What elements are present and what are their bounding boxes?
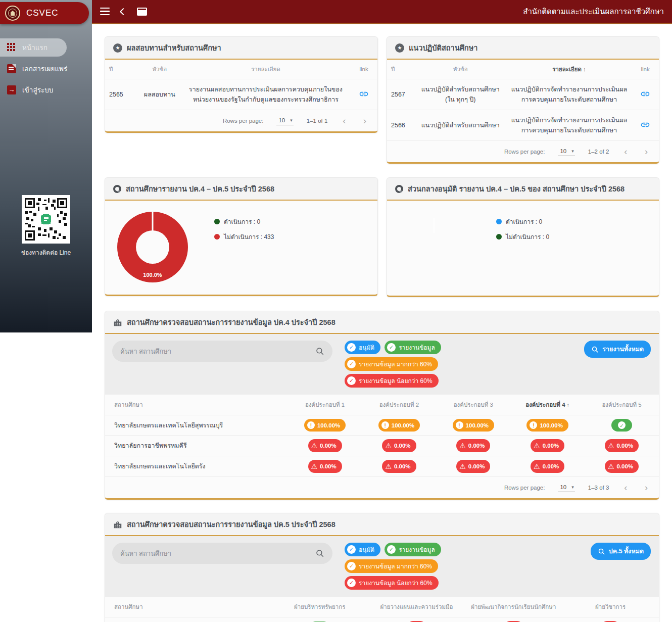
sort-asc-icon: ↑: [583, 66, 586, 72]
column-header-sorted[interactable]: รายละเอียด↑: [507, 60, 632, 79]
column-header[interactable]: สถานศึกษา: [105, 597, 271, 617]
csvec-logo[interactable]: CSVEC: [0, 2, 89, 24]
column-header[interactable]: องค์ประกอบที่ 5: [585, 395, 659, 415]
column-header[interactable]: สถานศึกษา: [105, 395, 288, 415]
pie-chart-icon: [395, 185, 403, 193]
search-icon[interactable]: [315, 347, 324, 356]
column-header[interactable]: ฝ่ายพัฒนากิจการนักเรียนนักศึกษา: [465, 597, 562, 617]
column-header-sorted[interactable]: องค์ประกอบที่ 4↑: [510, 395, 585, 415]
sidebar-item-login[interactable]: → เข้าสู่ระบบ: [0, 81, 92, 99]
pc4-status-table: สถานศึกษา องค์ประกอบที่ 1 องค์ประกอบที่ …: [105, 395, 659, 477]
link-icon[interactable]: [640, 89, 650, 99]
search-input[interactable]: [120, 550, 315, 557]
pie-chart-icon: [113, 185, 121, 193]
next-page-button[interactable]: ›: [643, 485, 650, 491]
link-icon[interactable]: [359, 89, 369, 99]
caret-down-icon: ▾: [290, 118, 293, 123]
pc4-status-card: สถานศึกษาตรวจสอบสถานะการรายงานข้อมูล ปค.…: [105, 311, 659, 500]
column-header[interactable]: องค์ประกอบที่ 3: [436, 395, 510, 415]
column-header[interactable]: ฝ่ายวางแผนและความร่วมมือ: [368, 597, 465, 617]
chart-legend: ดำเนินการ : 0 ไม่ดำเนินการ : 433: [214, 217, 274, 282]
rows-per-page-select[interactable]: 10 ▾: [558, 147, 574, 156]
sidebar-item-label: เข้าสู่ระบบ: [22, 84, 53, 95]
filter-chip-over-60[interactable]: รายงานข้อมูล มากกว่า 60%: [345, 357, 438, 371]
pc5-status-table: สถานศึกษา ฝ่ายบริหารทรัพยากร ฝ่ายวางแผนแ…: [105, 597, 659, 622]
sidebar-item-label: เอกสารเผยแพร่: [22, 63, 67, 74]
menu-icon[interactable]: [100, 8, 110, 16]
rows-per-page-label: Rows per page:: [504, 149, 545, 155]
column-header[interactable]: ปี: [105, 60, 138, 79]
status-badge: 0.00%: [531, 439, 564, 452]
topic-cell: ผลสอบทาน: [138, 79, 181, 110]
empty-chart-tick: [434, 218, 435, 233]
year-cell: 2567: [387, 79, 414, 110]
status-badge: 100.00%: [378, 419, 420, 432]
review-results-card: ★ ผลสอบทานสำหรับสถานศึกษา ปี หัวข้อ รายล…: [105, 36, 378, 133]
column-header[interactable]: link: [632, 60, 659, 79]
sidebar-item-documents[interactable]: เอกสารเผยแพร่: [0, 60, 92, 78]
star-icon: ★: [395, 43, 404, 53]
table-row: 2566 แนวปฏิบัติสำหรับสถานศึกษา แนวปฏิบัต…: [387, 110, 659, 141]
column-header[interactable]: ฝ่ายวิชาการ: [562, 597, 659, 617]
prev-page-button[interactable]: ‹: [341, 118, 348, 124]
rows-per-page-value: 10: [560, 484, 566, 490]
rows-per-page-select[interactable]: 10 ▾: [276, 116, 293, 125]
rows-per-page-select[interactable]: 10 ▾: [558, 483, 574, 492]
status-badge: 0.00%: [308, 439, 342, 452]
building-icon: [113, 520, 122, 529]
sort-asc-icon: ↑: [567, 402, 570, 408]
legend-label: ไม่ดำเนินการ : 0: [506, 232, 549, 242]
status-badge: 0.00%: [605, 439, 639, 452]
next-page-button[interactable]: ›: [361, 118, 368, 124]
filter-chip-approved[interactable]: อนุมัติ: [345, 543, 380, 556]
column-header[interactable]: องค์ประกอบที่ 1: [288, 395, 362, 415]
next-page-button[interactable]: ›: [643, 149, 650, 155]
star-icon: ★: [113, 43, 122, 53]
status-badge: 0.00%: [382, 460, 416, 473]
report-all-button[interactable]: รายงานทั้งหมด: [584, 341, 651, 358]
pagination: Rows per page: 10 ▾ 1–2 of 2 ‹ ›: [387, 141, 659, 162]
pc5-all-button[interactable]: ปค.5 ทั้งหมด: [591, 543, 651, 560]
review-results-table: ปี หัวข้อ รายละเอียด link 2565 ผลสอบทาน …: [105, 60, 377, 110]
column-header[interactable]: องค์ประกอบที่ 2: [362, 395, 437, 415]
legend-dot: [496, 234, 502, 240]
caret-down-icon: ▾: [571, 485, 574, 490]
search-icon[interactable]: [315, 549, 324, 558]
status-badge: 0.00%: [456, 460, 490, 473]
filter-chip-under-60[interactable]: รายงานข้อมูล น้อยกว่า 60%: [345, 576, 439, 590]
legend-item: ไม่ดำเนินการ : 0: [496, 232, 549, 242]
search-input[interactable]: [120, 348, 315, 355]
back-icon[interactable]: [120, 8, 127, 15]
status-badge: 0.00%: [531, 460, 564, 473]
column-header[interactable]: รายละเอียด: [181, 60, 350, 79]
school-name: วิทยาลัยเกษตรและเทคโนโลยีตรัง: [105, 456, 288, 477]
window-icon[interactable]: [137, 8, 147, 16]
column-header[interactable]: หัวข้อ: [138, 60, 181, 79]
legend-label: ดำเนินการ : 0: [506, 217, 542, 226]
filter-chip-under-60[interactable]: รายงานข้อมูล น้อยกว่า 60%: [345, 374, 439, 388]
filter-chip-approved[interactable]: อนุมัติ: [345, 341, 380, 354]
card-title: ผลสอบทานสำหรับสถานศึกษา: [127, 42, 221, 54]
legend-label: ดำเนินการ : 0: [224, 217, 260, 226]
column-header[interactable]: link: [350, 60, 377, 79]
school-name: วิทยาลัยเทคนิคอ่างทอง: [105, 617, 271, 622]
prev-page-button[interactable]: ‹: [622, 149, 629, 155]
status-badge: 100.00%: [304, 419, 346, 432]
pagination: Rows per page: 10 ▾ 1–3 of 3 ‹ ›: [105, 477, 659, 498]
filter-chip-reported[interactable]: รายงานข้อมูล: [385, 543, 441, 556]
rows-per-page-value: 10: [560, 148, 566, 154]
status-badge: 0.00%: [382, 439, 416, 452]
column-header[interactable]: ปี: [387, 60, 414, 79]
sidebar-item-home[interactable]: หน้าแรก: [0, 38, 67, 57]
status-badge: [611, 419, 632, 432]
card-title: แนวปฏิบัติสถานศึกษา: [409, 42, 477, 54]
guideline-card: ★ แนวปฏิบัติสถานศึกษา ปี หัวข้อ รายละเอี…: [387, 36, 659, 164]
prev-page-button[interactable]: ‹: [622, 485, 629, 491]
column-header[interactable]: หัวข้อ: [414, 60, 507, 79]
detail-cell: แนวปฏิบัติการจัดทำรายงานการประเมินผลการค…: [507, 110, 632, 141]
link-icon[interactable]: [640, 120, 650, 130]
rows-per-page-label: Rows per page:: [504, 485, 545, 491]
filter-chip-over-60[interactable]: รายงานข้อมูล มากกว่า 60%: [345, 559, 438, 573]
column-header[interactable]: ฝ่ายบริหารทรัพยากร: [271, 597, 368, 617]
filter-chip-reported[interactable]: รายงานข้อมูล: [385, 341, 441, 354]
